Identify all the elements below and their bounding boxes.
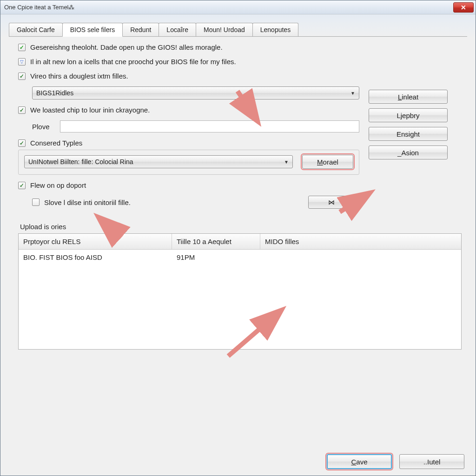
col-header-2[interactable]: Tiille 10 a Aequlet: [172, 234, 260, 249]
ensight-button-label: Ensight: [397, 130, 420, 138]
tab-panel: Gesereishng theoloht. Dade open up the G…: [9, 43, 467, 353]
cell-1: BIO. FIST BIOS foo AISD: [19, 250, 172, 265]
window-title: One Cpice iteat a Temel⁂: [4, 4, 453, 11]
checkbox-3-label: Vireo thirs a douglest ixtm filles.: [30, 72, 128, 80]
table-row[interactable]: BIO. FIST BIOS foo AISD 91PM: [19, 250, 461, 265]
checkbox-5[interactable]: [18, 139, 26, 147]
checkbox-2[interactable]: [18, 58, 26, 66]
combo-uninotwel[interactable]: UnINotwel Biilten: fille: Colocial Rina …: [24, 155, 293, 168]
asion-button[interactable]: _Asion: [369, 145, 448, 159]
content-area: Galocit Carfe BIOS sele filers Redunt Lo…: [0, 14, 476, 358]
checkbox-3[interactable]: [18, 73, 26, 80]
chevron-down-icon: ▼: [284, 159, 289, 165]
asion-button-label: _Asion: [397, 149, 419, 157]
checkbox-2-label: Il in alt new lon a icells that cne proo…: [30, 58, 236, 66]
tab-locaire[interactable]: Locaîre: [159, 23, 196, 36]
cave-button[interactable]: Cave: [327, 454, 392, 469]
checkbox-7-label: Slove l dilse inti onitoriil fille.: [44, 198, 131, 206]
tab-moun-urdoad[interactable]: Moun! Urdoad: [196, 23, 253, 36]
cell-3: [260, 250, 461, 265]
checkbox-5-label: Consered Typles: [30, 139, 82, 147]
checkbox-6-label: Flew on op doport: [30, 181, 86, 189]
upload-group: Upload is ories Prptoyor clu RELS Tiille…: [18, 223, 462, 350]
checkbox-7[interactable]: [32, 198, 40, 206]
right-button-column: Linleat Ljepbry Ensight _Asion: [369, 72, 462, 215]
combo-bigs1ridles-text: BIGS1Ridles: [36, 89, 350, 97]
dialog-window: One Cpice iteat a Temel⁂ ✕ Galocit Carfe…: [0, 0, 476, 476]
ljepbry-button-label: Ljepbry: [397, 112, 419, 119]
plove-label: Plove: [32, 123, 60, 131]
linleat-button-label: Linleat: [398, 93, 418, 101]
chevron-down-icon: ▼: [350, 200, 355, 205]
cell-2: 91PM: [172, 250, 260, 265]
ljepbry-button[interactable]: Ljepbry: [369, 108, 448, 122]
checkbox-1-label: Gesereishng theoloht. Dade open up the G…: [30, 43, 223, 51]
combo-bigs1ridles[interactable]: BIGS1Ridles ▼: [32, 86, 359, 99]
combo-uninotwel-text: UnINotwel Biilten: fille: Colocial Rina: [28, 158, 284, 165]
iutel-button-label: ..Iutel: [423, 458, 441, 466]
checkbox-1[interactable]: [18, 44, 26, 51]
dialog-footer: Cave ..Iutel: [327, 454, 464, 469]
tab-bios-filers[interactable]: BIOS sele filers: [62, 23, 123, 37]
col-header-1[interactable]: Prptoyor clu RELS: [19, 234, 172, 249]
morael-button-label: Morael: [317, 158, 338, 166]
morael-button[interactable]: Morael: [302, 155, 353, 169]
small-combo-text: ⋈: [312, 198, 350, 206]
close-button[interactable]: ✕: [453, 2, 474, 13]
table-header: Prptoyor clu RELS Tiille 10 a Aequlet MI…: [19, 234, 461, 250]
tab-lenoputes[interactable]: Lenoputes: [252, 23, 298, 36]
upload-table: Prptoyor clu RELS Tiille 10 a Aequlet MI…: [18, 233, 462, 350]
tab-redunt[interactable]: Redunt: [122, 23, 159, 36]
chevron-down-icon: ▼: [350, 91, 355, 96]
tab-galocit[interactable]: Galocit Carfe: [9, 23, 63, 36]
checkbox-4[interactable]: [18, 106, 26, 114]
checkbox-4-label: We loasted chip to lour inin ckrayogne.: [30, 106, 150, 114]
tabstrip: Galocit Carfe BIOS sele filers Redunt Lo…: [9, 23, 467, 37]
iutel-button[interactable]: ..Iutel: [399, 454, 464, 469]
ensight-button[interactable]: Ensight: [369, 127, 448, 141]
titlebar: One Cpice iteat a Temel⁂ ✕: [0, 0, 476, 14]
close-icon: ✕: [461, 4, 466, 11]
consered-typles-group: UnINotwel Biilten: fille: Colocial Rina …: [18, 150, 359, 175]
upload-legend: Upload is ories: [20, 223, 462, 231]
checkbox-6[interactable]: [18, 182, 26, 189]
cave-button-label: Cave: [351, 458, 367, 466]
linleat-button[interactable]: Linleat: [369, 90, 448, 104]
plove-input[interactable]: [60, 120, 359, 132]
col-header-3[interactable]: MIDO filles: [260, 234, 461, 249]
small-combo[interactable]: ⋈ ▼: [308, 196, 359, 209]
